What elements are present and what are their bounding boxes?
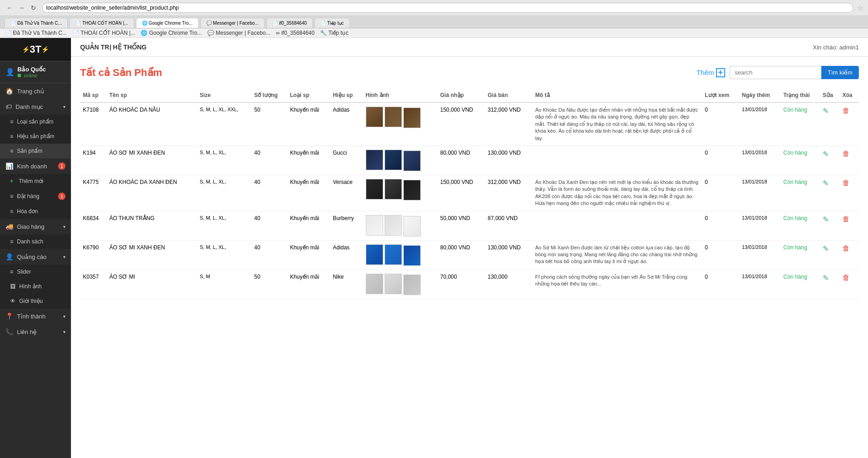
list-icon-slider: ≡ <box>10 269 13 275</box>
bookmark-4[interactable]: ∞ if0_35684640 <box>276 30 315 36</box>
kinh-doanh-badge: 1 <box>58 162 65 170</box>
sidebar-status: online <box>17 73 46 78</box>
product-img-1 <box>366 244 383 265</box>
sidebar-item-hoa-don[interactable]: ≡ Hóa đơn <box>0 204 71 219</box>
delete-button[interactable]: 🗑 <box>842 215 850 223</box>
table-row: K7108 ÁO KHOÁC DA NÂU S, M, L, XL, XXL, … <box>80 102 859 145</box>
cell-sua[interactable]: ✎ <box>820 269 840 299</box>
cell-so-luong: 50 <box>251 102 287 145</box>
sidebar-item-danh-sach[interactable]: ≡ Danh sách <box>0 234 71 249</box>
dat-hang-badge: 1 <box>58 193 65 200</box>
cell-sua[interactable]: ✎ <box>820 175 840 211</box>
edit-button[interactable]: ✎ <box>823 215 829 224</box>
logo-text: 3T <box>30 43 42 55</box>
bookmark-3[interactable]: 💬 Messenger | Facebo... <box>207 30 271 36</box>
list-icon-loai: ≡ <box>10 119 13 125</box>
sidebar-item-gioi-thieu[interactable]: 👁 Giới thiệu <box>0 294 71 308</box>
delete-button[interactable]: 🗑 <box>842 244 850 253</box>
cell-hieu-sp: Gucci <box>330 145 363 175</box>
cell-hinh-anh <box>363 175 438 211</box>
cell-ma-sp: K4775 <box>80 175 107 211</box>
cell-hieu-sp: Nike <box>330 269 363 299</box>
product-images <box>366 244 425 266</box>
cell-xoa[interactable]: 🗑 <box>840 175 859 211</box>
edit-button[interactable]: ✎ <box>823 150 829 158</box>
bookmark-5[interactable]: 🔧 Tiếp tục <box>320 30 348 36</box>
sidebar-item-loai-san-pham[interactable]: ≡ Loại sản phẩm <box>0 114 71 129</box>
cell-xoa[interactable]: 🗑 <box>840 269 859 299</box>
cell-xoa[interactable]: 🗑 <box>840 211 859 240</box>
product-img-1 <box>366 150 383 170</box>
cell-size: S, M <box>197 269 251 299</box>
page-header-right: Thêm + Tìm kiếm <box>696 66 859 79</box>
bookmark-star[interactable]: ☆ <box>857 4 863 12</box>
cell-hinh-anh <box>363 102 438 145</box>
tab-1[interactable]: 📄 THOÁI CỐT HOÀN |... <box>70 18 134 28</box>
cell-xoa[interactable]: 🗑 <box>840 102 859 145</box>
sidebar-label-slider: Slider <box>17 269 31 275</box>
sidebar-item-them-moi[interactable]: + Thêm mới <box>0 174 71 189</box>
page-header: Tất cả Sản Phẩm Thêm + Tìm kiếm <box>80 66 859 79</box>
tab-4[interactable]: 📄 if0_35684640 <box>266 18 313 28</box>
sidebar-label-loai: Loại sản phẩm <box>17 119 54 125</box>
sidebar-item-san-pham[interactable]: ≡ Sản phẩm <box>0 144 71 158</box>
cell-gia-ban: 130,000 VND <box>485 240 532 269</box>
sidebar-item-dat-hang[interactable]: ≡ Đặt hàng 1 <box>0 189 71 204</box>
edit-button[interactable]: ✎ <box>823 274 829 282</box>
sidebar-item-giao-hang[interactable]: 🚚 Giao hàng ▾ <box>0 219 71 234</box>
delete-button[interactable]: 🗑 <box>842 179 850 187</box>
sidebar-item-slider[interactable]: ≡ Slider <box>0 264 71 279</box>
edit-button[interactable]: ✎ <box>823 179 829 188</box>
cell-ma-sp: K7108 <box>80 102 107 145</box>
search-button[interactable]: Tìm kiếm <box>821 66 859 79</box>
add-link[interactable]: Thêm + <box>696 68 725 77</box>
tab-google-chrome[interactable]: 🌐 Google Chrome Tro... <box>136 18 199 28</box>
cell-gia-nhap: 50,000 VND <box>437 211 485 240</box>
cell-gia-ban: 130,000 VND <box>485 145 532 175</box>
address-bar[interactable] <box>42 3 853 13</box>
tab-0[interactable]: 📄 Đã Thử Và Thành C... <box>5 18 68 28</box>
sidebar-item-hinh-anh[interactable]: 🖼 Hình ảnh <box>0 279 71 294</box>
sidebar-item-danh-muc[interactable]: 🏷 Danh mục ▾ <box>0 99 71 114</box>
cell-sua[interactable]: ✎ <box>820 211 840 240</box>
back-btn[interactable]: ← <box>5 3 15 13</box>
product-img-3 <box>403 151 421 171</box>
cell-ngay-them: 13/01/2018 <box>739 240 781 269</box>
tab-3[interactable]: 💬 Messenger | Facebo... <box>201 18 265 28</box>
bookmark-2[interactable]: 🌐 Google Chrome Tro... <box>141 30 202 36</box>
edit-button[interactable]: ✎ <box>823 244 829 253</box>
cell-sua[interactable]: ✎ <box>820 145 840 175</box>
sidebar-item-quang-cao[interactable]: 👤 Quảng cáo ▾ <box>0 249 71 264</box>
sidebar-item-hieu-san-pham[interactable]: ≡ Hiệu sản phẩm <box>0 129 71 144</box>
sidebar-item-tinh-thanh[interactable]: 📍 Tỉnh thành ▾ <box>0 308 71 324</box>
sidebar-item-lien-he[interactable]: 📞 Liên hệ ▾ <box>0 324 71 339</box>
cell-xoa[interactable]: 🗑 <box>840 145 859 175</box>
sidebar-item-trang-chu[interactable]: 🏠 Trang chủ <box>0 83 71 99</box>
cell-luot-xem: 0 <box>702 269 739 299</box>
browser-nav[interactable]: ← → ↻ <box>5 3 38 13</box>
product-img-3 <box>403 245 421 266</box>
delete-button[interactable]: 🗑 <box>842 150 850 158</box>
sidebar-label-trang-chu: Trang chủ <box>17 88 44 95</box>
bookmark-0[interactable]: 📄 Đã Thử Và Thành C... <box>5 30 67 36</box>
sidebar-item-kinh-doanh[interactable]: 📊 Kinh doanh 1 <box>0 158 71 174</box>
cell-luot-xem: 0 <box>702 175 739 211</box>
delete-button[interactable]: 🗑 <box>842 107 850 115</box>
cell-so-luong: 40 <box>251 211 287 240</box>
tab-5[interactable]: 📄 Tiếp tục <box>315 18 350 28</box>
col-hinh-anh: Hình ảnh <box>363 88 438 102</box>
bookmark-1[interactable]: 📄 THOÁI CỐT HOÀN |... <box>72 30 135 36</box>
forward-btn[interactable]: → <box>16 3 27 13</box>
sidebar-submenu-giao-hang: ≡ Danh sách <box>0 234 71 249</box>
cell-gia-nhap: 70,000 <box>437 269 485 299</box>
reload-btn[interactable]: ↻ <box>28 3 38 13</box>
search-input[interactable] <box>730 66 821 79</box>
cell-ngay-them: 13/01/2018 <box>739 211 781 240</box>
cell-sua[interactable]: ✎ <box>820 102 840 145</box>
cell-sua[interactable]: ✎ <box>820 240 840 269</box>
product-img-2 <box>385 215 402 236</box>
cell-xoa[interactable]: 🗑 <box>840 240 859 269</box>
delete-button[interactable]: 🗑 <box>842 274 850 282</box>
edit-button[interactable]: ✎ <box>823 107 829 115</box>
chevron-down-icon: ▾ <box>63 104 65 109</box>
